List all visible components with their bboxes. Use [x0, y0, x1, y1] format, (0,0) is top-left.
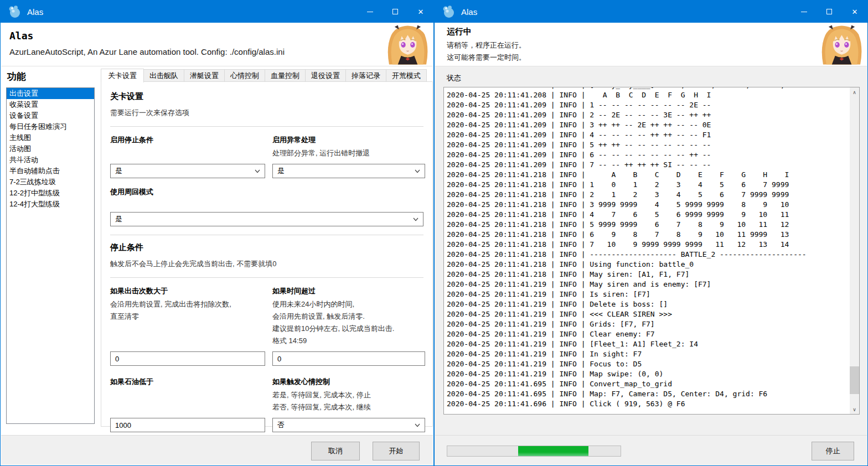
sidebar-item-label: 活动图 [9, 144, 31, 153]
log-line: 2020-04-25 20:11:41.696 | INFO | Click (… [447, 399, 849, 409]
log-timestamp: 2020-04-25 20:11:41.219 [447, 300, 546, 308]
settings-tab[interactable]: 潜艇设置 [184, 69, 225, 82]
log-message: Convert_map_to_grid [590, 380, 672, 388]
maximize-button[interactable] [817, 1, 842, 23]
log-separator: | [577, 380, 590, 388]
log-line: 2020-04-25 20:11:41.209 | INFO | 1 -- --… [447, 100, 849, 110]
minimize-icon [801, 12, 807, 12]
log-message: A B C D E F G H I [590, 91, 711, 99]
log-separator: | [546, 250, 559, 258]
log-timestamp: 2020-04-25 20:11:41.695 [447, 390, 546, 398]
window-title: Alas [27, 7, 357, 17]
log-message: Focus to: D5 [590, 360, 642, 368]
sidebar-item[interactable]: 主线图 [7, 132, 94, 143]
log-level: INFO [560, 141, 577, 149]
sidebar-item[interactable]: 7-2三战拣垃圾 [7, 177, 94, 188]
progress-bar-chunk [518, 446, 588, 456]
if-count-input[interactable] [110, 351, 265, 366]
if-oil-input[interactable] [110, 418, 265, 432]
log-level: INFO [560, 170, 577, 179]
log-separator: | [546, 270, 559, 278]
log-line: 2020-04-25 20:11:41.218 | INFO | A B C D… [447, 170, 849, 180]
if-time-desc-line1: 使用未来24小时内的时间, [272, 298, 425, 310]
settings-tab[interactable]: 出击舰队 [143, 69, 184, 82]
log-level: INFO [560, 200, 577, 209]
stop-button[interactable]: 停止 [812, 442, 854, 460]
log-timestamp: 2020-04-25 20:11:41.219 [447, 350, 546, 358]
close-button[interactable]: ✕ [842, 1, 867, 23]
avatar [387, 25, 428, 65]
loop-mode-label: 使用周回模式 [110, 186, 423, 197]
close-icon: ✕ [852, 8, 858, 15]
log-separator: | [546, 210, 559, 219]
titlebar[interactable]: Alas ✕ [435, 1, 867, 23]
close-button[interactable]: ✕ [408, 1, 433, 23]
scroll-up-icon[interactable]: ∧ [850, 87, 859, 97]
enable-exception-select[interactable]: 是 [272, 164, 425, 178]
log-timestamp: 2020-04-25 20:11:41.209 [447, 111, 546, 119]
scrollbar-thumb[interactable] [850, 366, 859, 394]
cancel-button[interactable]: 取消 [311, 442, 360, 460]
settings-tab[interactable]: 开荒模式 [386, 69, 427, 82]
log-level: INFO [560, 350, 577, 358]
log-separator: | [546, 190, 559, 199]
if-emotion-select[interactable]: 否 [272, 418, 425, 432]
log-separator: | [546, 290, 559, 298]
log-level: INFO [560, 370, 577, 378]
minimize-button[interactable] [791, 1, 817, 23]
sidebar-item[interactable]: 出击设置 [7, 88, 94, 99]
run-header: 运行中 请稍等，程序正在运行。 这可能将需要一定时间。 [435, 23, 867, 66]
log-level: INFO [560, 160, 577, 169]
log-message: [enemy_may____] 2E: 3, 3E: 1, SIR: 1, BO… [590, 87, 810, 89]
settings-tab[interactable]: 关卡设置 [101, 69, 144, 82]
log-separator: | [546, 151, 559, 159]
log-line: 2020-04-25 20:11:41.209 | INFO | 6 -- --… [447, 150, 849, 160]
sidebar-item[interactable]: 活动图 [7, 143, 94, 154]
settings-tab[interactable]: 掉落记录 [345, 69, 386, 82]
minimize-button[interactable] [357, 1, 383, 23]
sidebar-item[interactable]: 设备设置 [7, 110, 94, 121]
if-time-desc-line2: 会沿用先前设置, 触发后清零. [272, 310, 425, 323]
maximize-button[interactable] [383, 1, 408, 23]
function-listbox[interactable]: 出击设置 收菜设置 设备设置 每日任务困难演习 主线图 活动图 共斗活动 半自动… [6, 87, 95, 424]
log-line: 2020-04-25 20:11:41.219 | INFO | May sir… [447, 279, 849, 289]
if-time-desc-line4: 格式 14:59 [272, 335, 425, 347]
log-message: 2 -- 2E -- -- -- 3E -- ++ ++ [590, 111, 711, 119]
log-timestamp: 2020-04-25 20:11:41.219 [447, 310, 546, 318]
sidebar-item[interactable]: 12-2打中型练级 [7, 188, 94, 199]
run-title: 运行中 [447, 27, 472, 37]
log-message: Delete is boss: [] [590, 300, 668, 308]
sidebar-item-label: 出击设置 [9, 89, 38, 97]
settings-tab[interactable]: 退役设置 [305, 69, 346, 82]
sidebar-item[interactable]: 每日任务困难演习 [7, 121, 94, 132]
log-message: 1 0 1 2 3 4 5 6 7 9999 [590, 180, 789, 189]
log-line: 2020-04-25 20:11:41.219 | INFO | Is sire… [447, 289, 849, 299]
if-emotion-desc-line2: 若否, 等待回复, 完成本次, 继续 [272, 401, 425, 413]
maximize-icon [826, 9, 832, 14]
log-line: 2020-04-25 20:11:41.695 | INFO | Map: F7… [447, 389, 849, 399]
log-separator: | [546, 320, 559, 328]
sidebar-item-label: 半自动辅助点击 [9, 167, 60, 175]
log-scrollbar[interactable]: ∧ ∨ [850, 87, 859, 414]
log-output[interactable]: 2020-04-25 20:11:41.208 | INFO | [enemy_… [443, 87, 860, 415]
settings-tab[interactable]: 心情控制 [224, 69, 265, 82]
log-separator: | [546, 360, 559, 368]
sidebar-item[interactable]: 半自动辅助点击 [7, 165, 94, 177]
sidebar-item[interactable]: 收菜设置 [7, 99, 94, 110]
sidebar-item[interactable]: 共斗活动 [7, 154, 94, 165]
scroll-down-icon[interactable]: ∨ [850, 405, 859, 414]
if-oil-label: 如果石油低于 [110, 376, 265, 387]
log-level: INFO [560, 190, 577, 199]
log-separator: | [546, 330, 559, 338]
titlebar[interactable]: Alas ✕ [1, 1, 433, 23]
settings-tab[interactable]: 血量控制 [265, 69, 306, 82]
status-label: 状态 [447, 73, 461, 83]
log-line: 2020-04-25 20:11:41.218 | INFO | Using f… [447, 260, 849, 270]
log-timestamp: 2020-04-25 20:11:41.219 [447, 340, 546, 348]
start-button[interactable]: 开始 [373, 442, 420, 460]
enable-stop-select[interactable]: 是 [110, 164, 265, 178]
sidebar-item-label: 主线图 [9, 133, 31, 142]
if-time-input[interactable] [272, 351, 425, 366]
loop-mode-select[interactable]: 是 [110, 212, 423, 226]
sidebar-item[interactable]: 12-4打大型练级 [7, 199, 94, 210]
